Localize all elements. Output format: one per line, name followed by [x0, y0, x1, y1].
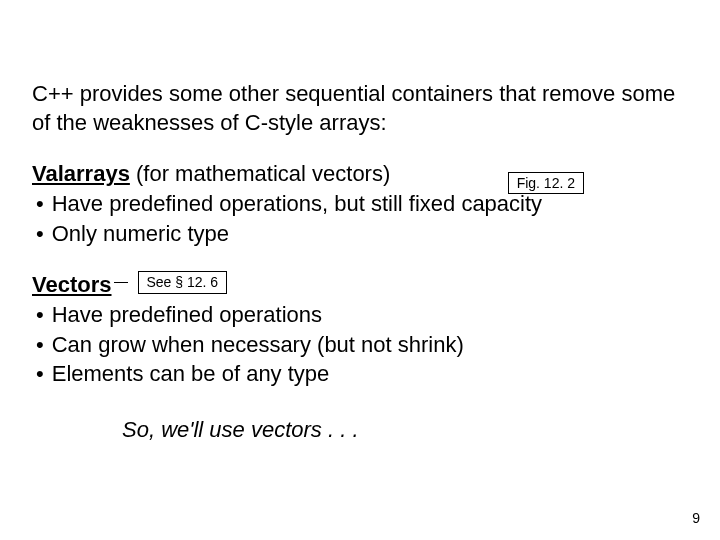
- valarray-heading: Valarrays (for mathematical vectors): [32, 159, 688, 189]
- bullet-text: Elements can be of any type: [52, 359, 330, 389]
- slide: C++ provides some other sequential conta…: [0, 0, 720, 540]
- bullet-text: Have predefined operations, but still fi…: [52, 189, 542, 219]
- list-item: Have predefined operations: [32, 300, 688, 330]
- vectors-section: VectorsSee § 12. 6 Have predefined opera…: [32, 270, 688, 389]
- bullet-text: Only numeric type: [52, 219, 229, 249]
- list-item: Have predefined operations, but still fi…: [32, 189, 688, 219]
- figure-reference-box: Fig. 12. 2: [508, 172, 584, 194]
- vectors-heading: VectorsSee § 12. 6: [32, 270, 688, 300]
- valarray-section: Valarrays (for mathematical vectors) Hav…: [32, 159, 688, 248]
- page-number: 9: [692, 510, 700, 526]
- vectors-title: Vectors: [32, 272, 112, 297]
- list-item: Elements can be of any type: [32, 359, 688, 389]
- see-reference-box: See § 12. 6: [138, 271, 228, 294]
- valarray-title: Valarrays: [32, 161, 130, 186]
- closing-text: So, we'll use vectors . . .: [122, 417, 688, 443]
- bullet-text: Can grow when necessary (but not shrink): [52, 330, 464, 360]
- list-item: Can grow when necessary (but not shrink): [32, 330, 688, 360]
- intro-text: C++ provides some other sequential conta…: [32, 80, 688, 137]
- list-item: Only numeric type: [32, 219, 688, 249]
- connector-line: [114, 282, 128, 283]
- valarray-title-suffix: (for mathematical vectors): [130, 161, 390, 186]
- bullet-text: Have predefined operations: [52, 300, 322, 330]
